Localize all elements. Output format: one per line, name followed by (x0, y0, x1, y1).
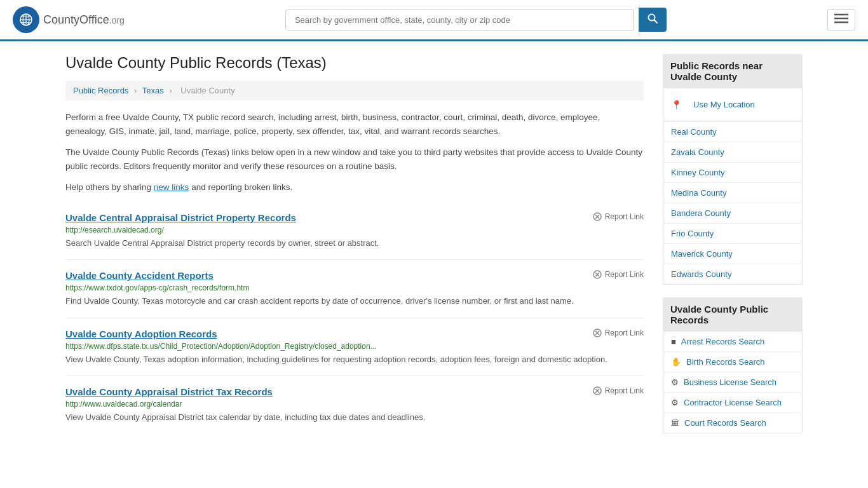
logo-text: CountyOffice.org (43, 13, 125, 27)
public-records-header: Uvalde County Public Records (663, 297, 803, 332)
content-area: Uvalde County Public Records (Texas) Pub… (65, 54, 644, 446)
description-1: Perform a free Uvalde County, TX public … (65, 111, 644, 138)
breadcrumb-current: Uvalde County (180, 86, 234, 95)
nearby-county-item[interactable]: Kinney County (663, 163, 802, 183)
breadcrumb-texas[interactable]: Texas (142, 86, 164, 95)
description-2: The Uvalde County Public Records (Texas)… (65, 146, 644, 173)
sidebar: Public Records near Uvalde County 📍 Use … (663, 54, 803, 446)
public-record-item[interactable]: ■ Arrest Records Search (663, 332, 802, 352)
record-entry: Uvalde Central Appraisal District Proper… (65, 202, 644, 261)
public-record-link[interactable]: Business License Search (684, 377, 776, 387)
svg-line-6 (654, 20, 657, 24)
public-record-item[interactable]: 🏛 Court Records Search (663, 413, 802, 433)
description-3: Help others by sharing new links and rep… (65, 180, 644, 194)
record-title[interactable]: Uvalde County Accident Reports (65, 270, 214, 281)
public-record-link[interactable]: Court Records Search (684, 418, 766, 428)
nearby-county-item[interactable]: Maverick County (663, 244, 802, 264)
record-title[interactable]: Uvalde County Appraisal District Tax Rec… (65, 386, 273, 397)
new-links-link[interactable]: new links (154, 182, 189, 192)
record-title[interactable]: Uvalde Central Appraisal District Proper… (65, 212, 296, 223)
nearby-county-link[interactable]: Frio County (663, 224, 802, 243)
public-record-icon: ⚙ (671, 398, 679, 407)
nearby-counties-list: 📍 Use My Location Real CountyZavala Coun… (663, 88, 803, 285)
nearby-county-item[interactable]: Frio County (663, 224, 802, 244)
nearby-county-link[interactable]: Bandera County (663, 203, 802, 223)
report-link[interactable]: Report Link (593, 386, 644, 395)
nearby-header: Public Records near Uvalde County (663, 54, 803, 88)
record-url[interactable]: http://www.uvaldecad.org/calendar (65, 400, 644, 409)
logo-area: CountyOffice.org (13, 6, 125, 33)
nearby-county-link[interactable]: Kinney County (663, 163, 802, 182)
public-records-section: Uvalde County Public Records ■ Arrest Re… (663, 297, 803, 433)
public-record-item[interactable]: ⚙ Contractor License Search (663, 393, 802, 413)
public-record-link[interactable]: Contractor License Search (684, 398, 782, 407)
report-link[interactable]: Report Link (593, 329, 644, 337)
record-url[interactable]: https://www.dfps.state.tx.us/Child_Prote… (65, 342, 644, 351)
page-title: Uvalde County Public Records (Texas) (65, 54, 644, 72)
record-entry: Uvalde County Appraisal District Tax Rec… (65, 376, 644, 434)
search-button[interactable] (639, 8, 667, 32)
logo-icon (13, 6, 39, 33)
record-desc: View Uvalde County Appraisal District ta… (65, 411, 644, 424)
use-my-location-item[interactable]: 📍 Use My Location (663, 88, 802, 122)
record-url[interactable]: https://www.txdot.gov/apps-cg/crash_reco… (65, 283, 644, 292)
location-pin-icon: 📍 (671, 100, 682, 110)
public-record-icon: ⚙ (671, 377, 679, 387)
nearby-county-item[interactable]: Zavala County (663, 142, 802, 163)
report-link[interactable]: Report Link (593, 212, 644, 221)
record-entry: Uvalde County Adoption Records Report Li… (65, 318, 644, 377)
record-desc: View Uvalde County, Texas adoption infor… (65, 353, 644, 366)
record-url[interactable]: http://esearch.uvaldecad.org/ (65, 226, 644, 234)
search-area (285, 8, 667, 32)
nearby-county-item[interactable]: Medina County (663, 183, 802, 203)
public-records-list: ■ Arrest Records Search ✋ Birth Records … (663, 332, 803, 433)
breadcrumb: Public Records › Texas › Uvalde County (65, 81, 644, 100)
nearby-county-link[interactable]: Maverick County (663, 244, 802, 264)
search-input[interactable] (285, 10, 634, 30)
main-container: Uvalde County Public Records (Texas) Pub… (53, 41, 815, 459)
nearby-county-link[interactable]: Zavala County (663, 142, 802, 162)
nearby-county-link[interactable]: Real County (663, 122, 802, 142)
record-desc: Search Uvalde Central Appraisal District… (65, 237, 644, 250)
nearby-county-item[interactable]: Real County (663, 122, 802, 142)
hamburger-menu-button[interactable] (827, 9, 855, 31)
public-record-link[interactable]: Arrest Records Search (681, 337, 765, 346)
public-record-icon: ✋ (671, 357, 681, 367)
public-record-item[interactable]: ⚙ Business License Search (663, 372, 802, 393)
public-record-icon: ■ (671, 337, 676, 346)
breadcrumb-public-records[interactable]: Public Records (73, 86, 128, 95)
record-desc: Find Uvalde County, Texas motorcycle and… (65, 295, 644, 308)
nearby-county-link[interactable]: Medina County (663, 183, 802, 203)
nearby-counties-section: Public Records near Uvalde County 📍 Use … (663, 54, 803, 285)
public-record-link[interactable]: Birth Records Search (686, 357, 765, 367)
report-link[interactable]: Report Link (593, 270, 644, 279)
record-title[interactable]: Uvalde County Adoption Records (65, 329, 217, 339)
nearby-county-item[interactable]: Edwards County (663, 264, 802, 284)
use-my-location-link[interactable]: Use My Location (686, 95, 763, 114)
nearby-county-link[interactable]: Edwards County (663, 264, 802, 284)
record-entry: Uvalde County Accident Reports Report Li… (65, 260, 644, 318)
site-header: CountyOffice.org (0, 0, 868, 41)
records-list: Uvalde Central Appraisal District Proper… (65, 202, 644, 434)
nearby-county-item[interactable]: Bandera County (663, 203, 802, 224)
public-record-icon: 🏛 (671, 418, 679, 428)
public-record-item[interactable]: ✋ Birth Records Search (663, 352, 802, 372)
